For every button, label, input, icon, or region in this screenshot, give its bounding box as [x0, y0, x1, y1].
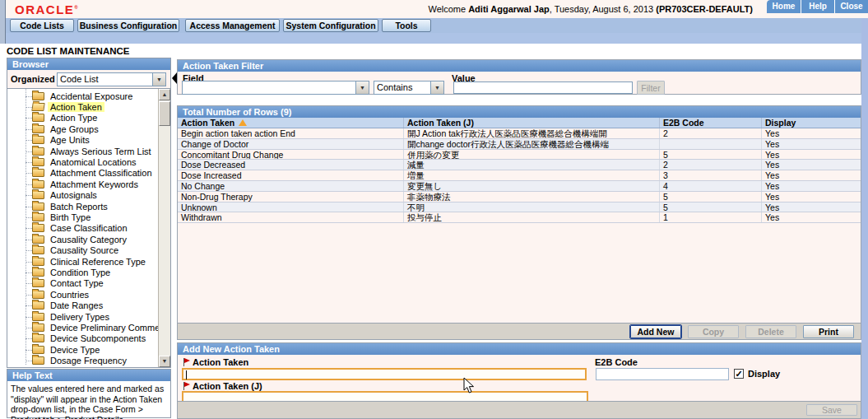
- column-header-action-taken-j-[interactable]: Action Taken (J): [404, 118, 660, 128]
- tree-item-age-groups[interactable]: Age Groups: [7, 123, 157, 134]
- home-button[interactable]: Home: [767, 0, 801, 13]
- menu-tab-system-configuration[interactable]: System Configuration: [283, 19, 378, 32]
- column-header-action-taken[interactable]: Action Taken: [178, 118, 404, 128]
- tree-item-device-type[interactable]: Device Type: [7, 344, 157, 355]
- tree-item-contact-type[interactable]: Contact Type: [7, 278, 157, 289]
- text-caret: [186, 370, 187, 379]
- save-button[interactable]: Save: [806, 404, 857, 416]
- folder-icon: [32, 313, 44, 321]
- cell-display: Yes: [762, 192, 861, 202]
- cell-action-taken-j: 非薬物療法: [404, 192, 660, 202]
- help-button[interactable]: Help: [801, 0, 834, 13]
- tree-item-birth-type[interactable]: Birth Type: [7, 212, 157, 222]
- menu-tab-code-lists[interactable]: Code Lists: [10, 19, 74, 32]
- tree-item-autosignals[interactable]: Autosignals: [7, 190, 157, 201]
- top-header: ORACLE® Welcome Aditi Aggarwal Jap, Tues…: [0, 0, 868, 18]
- tree-item-case-classification[interactable]: Case Classification: [7, 223, 157, 234]
- scroll-up-icon[interactable]: ▲: [159, 89, 170, 100]
- cell-action-taken-j: 併用薬の変更: [404, 150, 660, 160]
- tree-item-causality-category[interactable]: Causality Category: [7, 234, 157, 244]
- tree-item-always-serious-term-list[interactable]: Always Serious Term List: [7, 146, 157, 156]
- tree-item-action-type[interactable]: Action Type: [7, 113, 157, 123]
- display-checkbox[interactable]: ✓: [734, 369, 744, 379]
- cell-action-taken-j: 不明: [404, 203, 660, 212]
- action-taken-filter-section: Action Taken Filter Field ▼ Contains ▼ V…: [177, 59, 861, 95]
- tree-item-batch-reports[interactable]: Batch Reports: [7, 201, 157, 212]
- tree-item-age-units[interactable]: Age Units: [7, 135, 157, 146]
- tree-item-device-preliminary-comments[interactable]: Device Preliminary Comments: [7, 322, 157, 333]
- cell-action-taken: Change of Doctor: [178, 139, 404, 149]
- e2b-code-input[interactable]: [596, 368, 729, 380]
- operator-dropdown[interactable]: Contains ▼: [374, 81, 444, 95]
- tree-item-clinical-reference-type[interactable]: Clinical Reference Type: [7, 256, 157, 267]
- tree-item-attachment-classification[interactable]: Attachment Classification: [7, 168, 157, 179]
- table-row[interactable]: Non-Drug Therapy非薬物療法5Yes: [178, 192, 861, 203]
- copy-button[interactable]: Copy: [688, 325, 739, 338]
- table-rows: Begin action taken action End開J Action t…: [178, 128, 861, 223]
- print-button[interactable]: Print: [803, 325, 854, 338]
- sort-ascending-icon: [239, 119, 247, 126]
- action-taken-input[interactable]: [182, 368, 587, 380]
- table-row[interactable]: Begin action taken action End開J Action t…: [178, 128, 861, 139]
- folder-icon: [32, 235, 44, 244]
- tree-item-label: Attachment Keywords: [48, 179, 141, 189]
- chevron-down-icon[interactable]: ▼: [152, 73, 165, 86]
- tree-item-device-subcomponents[interactable]: Device Subcomponents: [7, 333, 157, 344]
- tree-item-label: Action Type: [48, 113, 100, 123]
- delete-button[interactable]: Delete: [745, 325, 796, 338]
- tree-item-action-taken[interactable]: Action Taken: [7, 101, 157, 112]
- operator-dropdown-value: Contains: [374, 81, 430, 94]
- chevron-down-icon[interactable]: ▼: [355, 81, 369, 94]
- table-row[interactable]: Change of Doctor開change doctor行政法人医薬品医療機…: [178, 139, 861, 150]
- chevron-down-icon[interactable]: ▼: [430, 81, 443, 94]
- menu-tab-business-configuration[interactable]: Business Configuration: [77, 19, 179, 32]
- tree-item-attachment-keywords[interactable]: Attachment Keywords: [7, 179, 157, 189]
- table-row[interactable]: Withdrawn投与停止1Yes: [178, 212, 861, 223]
- table-row[interactable]: Dose Increased増量3Yes: [178, 170, 861, 181]
- tree-item-label: Birth Type: [48, 212, 93, 222]
- tree-item-delivery-types[interactable]: Delivery Types: [7, 311, 157, 322]
- tree-item-accidental-exposure[interactable]: Accidental Exposure: [7, 91, 157, 101]
- table-row[interactable]: No Change変更無し4Yes: [178, 181, 861, 192]
- open-folder-icon: [31, 103, 44, 111]
- tree-scrollbar[interactable]: ▲ ▼: [158, 89, 170, 367]
- organized-by-row: Organized by Code List ▼: [7, 71, 170, 88]
- table-row[interactable]: Unknown不明5Yes: [178, 203, 861, 213]
- cell-action-taken-j: 変更無し: [404, 181, 660, 191]
- folder-icon: [32, 203, 44, 211]
- field-dropdown[interactable]: ▼: [182, 81, 369, 95]
- tree-item-label: Dosage Frequency: [48, 356, 129, 365]
- results-table-section: Total Number of Rows (9) Action TakenAct…: [177, 105, 861, 340]
- table-row[interactable]: Dose Decreased減量2Yes: [178, 160, 861, 170]
- filter-button[interactable]: Filter: [637, 81, 665, 95]
- scrollbar-thumb[interactable]: [159, 101, 170, 126]
- code-list-maintenance-page: ORACLE® Welcome Aditi Aggarwal Jap, Tues…: [0, 0, 868, 419]
- right-border-strip: [861, 18, 868, 419]
- folder-icon: [32, 136, 44, 144]
- add-new-button[interactable]: Add New: [630, 325, 681, 338]
- column-header-display[interactable]: Display: [762, 118, 861, 128]
- cell-e2b-code: 5: [660, 192, 762, 202]
- menu-tab-tools[interactable]: Tools: [382, 19, 431, 32]
- tree-item-condition-type[interactable]: Condition Type: [7, 267, 157, 277]
- action-taken-j-label: Action Taken (J): [183, 381, 262, 391]
- welcome-message: Welcome Aditi Aggarwal Jap, Tuesday, Aug…: [428, 4, 753, 14]
- tree-item-dosage-frequency[interactable]: Dosage Frequency: [7, 355, 157, 365]
- value-input[interactable]: [453, 81, 633, 94]
- folder-icon: [32, 356, 44, 365]
- folder-icon: [32, 291, 44, 299]
- left-border-strip: [0, 0, 6, 44]
- folder-icon: [32, 158, 44, 166]
- close-button[interactable]: Close: [834, 0, 868, 13]
- scroll-down-icon[interactable]: ▼: [159, 356, 170, 367]
- tree-item-date-ranges[interactable]: Date Ranges: [7, 300, 157, 310]
- organized-by-dropdown[interactable]: Code List ▼: [57, 72, 166, 86]
- menu-tab-access-management[interactable]: Access Management: [185, 19, 280, 32]
- tree-item-countries[interactable]: Countries: [7, 289, 157, 300]
- table-row[interactable]: Concomitant Drug Change併用薬の変更5Yes: [178, 150, 861, 161]
- tree-item-label: Condition Type: [48, 268, 113, 277]
- column-header-e2b-code[interactable]: E2B Code: [660, 118, 762, 128]
- tree-item-causality-source[interactable]: Causality Source: [7, 244, 157, 255]
- tree-item-anatomical-locations[interactable]: Anatomical Locations: [7, 156, 157, 167]
- folder-icon: [32, 258, 44, 266]
